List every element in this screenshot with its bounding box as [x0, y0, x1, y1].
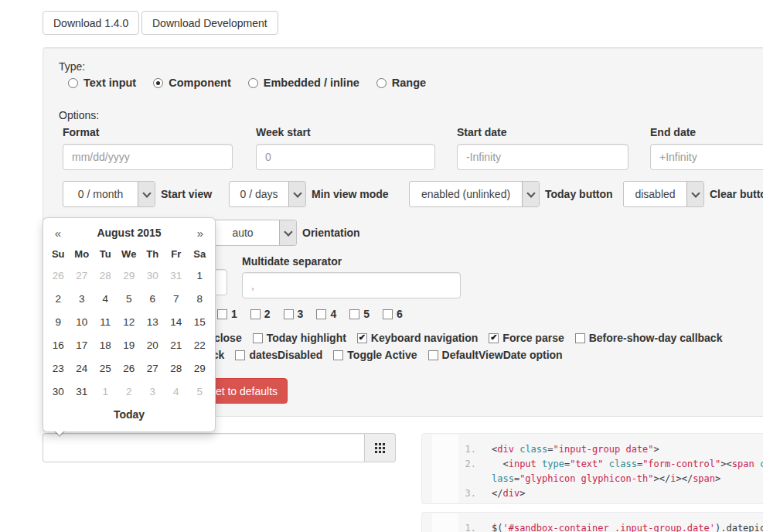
code-token: '#sandbox-container .input-group.date' [502, 523, 715, 532]
calendar-addon-button[interactable] [365, 433, 396, 462]
checkbox-icon [250, 309, 261, 319]
js-code-block: 1.$('#sandbox-container .input-group.dat… [421, 512, 763, 532]
calendar-day[interactable]: 5 [118, 293, 141, 305]
calendar-day[interactable]: 31 [165, 270, 189, 281]
multidate-separator-label: Multidate separator [242, 255, 461, 268]
multidate-count-4[interactable]: 4 [316, 308, 336, 320]
calendar-day[interactable]: 10 [70, 316, 94, 328]
calendar-day[interactable]: 19 [118, 339, 141, 351]
checkbox-icon [428, 350, 438, 360]
calendar-day[interactable]: 18 [94, 339, 118, 351]
calendar-day[interactable]: 17 [70, 339, 94, 351]
multidate-count-2[interactable]: 2 [250, 308, 271, 320]
calendar-day[interactable]: 15 [188, 316, 212, 328]
calendar-day[interactable]: 24 [70, 363, 94, 374]
type-section-label: Type: [59, 60, 85, 73]
select-start-view: 0 / monthStart view [63, 181, 212, 207]
input-format[interactable] [63, 144, 233, 170]
calendar-day[interactable]: 1 [94, 386, 118, 397]
type-radio-text-input[interactable]: Text input [68, 77, 136, 89]
orientation-select-value: auto [206, 220, 279, 245]
calendar-day[interactable]: 27 [70, 270, 94, 281]
type-radio-label: Embedded / inline [264, 77, 359, 89]
checkbox-today-highlight[interactable]: Today highlight [253, 332, 346, 344]
multidate-separator-input[interactable] [242, 272, 461, 298]
calendar-day[interactable]: 20 [141, 339, 165, 351]
chevron-down-icon [138, 182, 155, 206]
checkbox-label: datesDisabled [249, 349, 322, 361]
date-text-input[interactable] [43, 433, 365, 462]
select-box-min-view-mode[interactable]: 0 / days [229, 181, 306, 207]
option-checkbox-row-1: AutocloseToday highlightKeyboard navigat… [175, 332, 722, 344]
calendar-day[interactable]: 30 [46, 386, 70, 397]
calendar-day[interactable]: 16 [46, 339, 70, 351]
multidate-count-6[interactable]: 6 [383, 308, 403, 320]
multidate-count-3[interactable]: 3 [284, 308, 304, 320]
calendar-day[interactable]: 28 [94, 270, 118, 281]
code-token: "glyphicon glyphicon-th" [519, 473, 653, 484]
checkbox-force-parse[interactable]: Force parse [489, 332, 564, 344]
datepicker-month-title[interactable]: August 2015 [70, 227, 189, 239]
calendar-day[interactable]: 29 [118, 270, 141, 281]
calendar-day[interactable]: 13 [141, 316, 165, 328]
calendar-day[interactable]: 5 [188, 386, 212, 397]
select-box-clear-button[interactable]: disabled [623, 181, 704, 207]
calendar-day[interactable]: 9 [46, 316, 70, 328]
code-token: "form-control" [642, 459, 720, 469]
calendar-week-row: 9101112131415 [46, 310, 212, 333]
checkbox-datesdisabled[interactable]: datesDisabled [235, 349, 322, 361]
calendar-day[interactable]: 26 [118, 363, 141, 374]
calendar-day[interactable]: 3 [141, 386, 165, 397]
code-token: class [609, 459, 637, 469]
calendar-day[interactable]: 4 [165, 386, 189, 397]
download-stable-button[interactable]: Download 1.4.0 [43, 11, 139, 35]
radio-icon [68, 78, 78, 88]
code-token: cl [760, 459, 763, 469]
calendar-day[interactable]: 2 [118, 386, 141, 397]
input-start-date[interactable] [457, 144, 628, 170]
type-radio-range[interactable]: Range [376, 77, 426, 89]
type-radio-component[interactable]: Component [153, 77, 231, 89]
checkbox-keyboard-navigation[interactable]: Keyboard navigation [357, 332, 478, 344]
input-week-start[interactable] [256, 144, 435, 170]
calendar-day[interactable]: 25 [94, 363, 118, 374]
dow-label: Su [46, 248, 70, 260]
field-week-start: Week start [256, 126, 435, 170]
multidate-count-5[interactable]: 5 [349, 308, 370, 320]
calendar-day[interactable]: 12 [118, 316, 141, 328]
calendar-day[interactable]: 28 [165, 363, 189, 374]
calendar-day[interactable]: 14 [165, 316, 189, 328]
calendar-day[interactable]: 11 [94, 316, 118, 328]
calendar-day[interactable]: 7 [165, 293, 189, 305]
checkbox-before-show-day-callback[interactable]: Before-show-day callback [575, 332, 723, 344]
calendar-day[interactable]: 6 [141, 293, 165, 305]
calendar-day[interactable]: 29 [188, 363, 212, 374]
select-box-start-view[interactable]: 0 / month [63, 181, 155, 207]
select-box-today-button[interactable]: enabled (unlinked) [409, 181, 540, 207]
calendar-day[interactable]: 31 [70, 386, 94, 397]
calendar-day[interactable]: 27 [141, 363, 165, 374]
html-code-block: 1.<div class="input-group date">2. <inpu… [421, 433, 763, 504]
type-radio-embedded-inline[interactable]: Embedded / inline [248, 77, 359, 89]
calendar-week-row: 23242526272829 [46, 356, 212, 380]
calendar-day[interactable]: 4 [94, 293, 118, 305]
today-button[interactable]: Today [46, 403, 212, 426]
input-end-date[interactable] [650, 144, 763, 170]
calendar-day[interactable]: 8 [188, 293, 212, 305]
calendar-day[interactable]: 2 [46, 293, 70, 305]
orientation-select-box[interactable]: auto [206, 220, 297, 246]
prev-month-button[interactable]: « [46, 227, 70, 240]
calendar-day[interactable]: 21 [165, 339, 189, 351]
calendar-day[interactable]: 30 [141, 270, 165, 281]
download-development-button[interactable]: Download Development [141, 11, 278, 35]
checkbox-toggle-active[interactable]: Toggle Active [333, 349, 417, 361]
next-month-button[interactable]: » [189, 227, 212, 240]
calendar-day[interactable]: 3 [70, 293, 94, 305]
calendar-day[interactable]: 26 [46, 270, 70, 281]
calendar-day[interactable]: 22 [188, 339, 212, 351]
multidate-count-1[interactable]: 1 [217, 308, 237, 320]
calendar-day[interactable]: 23 [46, 363, 70, 374]
calendar-day[interactable]: 1 [188, 270, 212, 281]
field-format: Format [63, 126, 233, 170]
checkbox-defaultviewdate-option[interactable]: DefaultViewDate option [428, 349, 563, 361]
